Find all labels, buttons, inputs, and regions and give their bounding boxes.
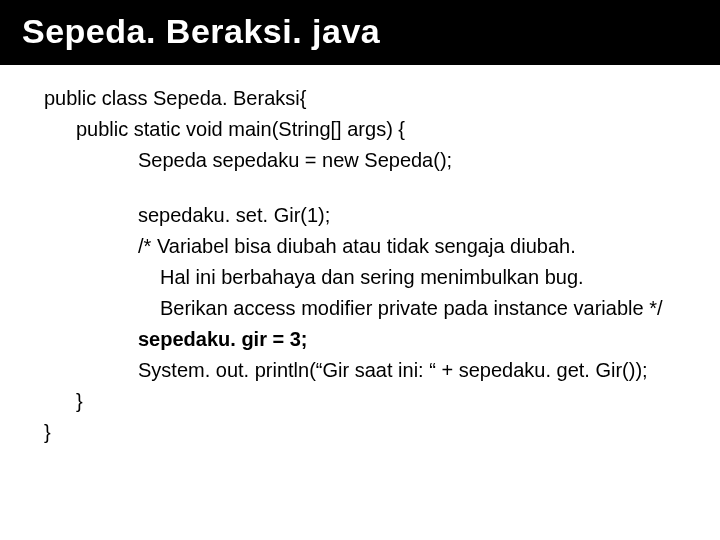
code-line: /* Variabel bisa diubah atau tidak senga… <box>44 231 720 262</box>
code-line: } <box>44 386 720 417</box>
code-line: } <box>44 417 720 448</box>
code-line: sepedaku. set. Gir(1); <box>44 200 720 231</box>
code-line: public static void main(String[] args) { <box>44 114 720 145</box>
code-line: Sepeda sepedaku = new Sepeda(); <box>44 145 720 176</box>
code-line: Berikan access modifier private pada ins… <box>44 293 720 324</box>
title-bar: Sepeda. Beraksi. java <box>0 0 720 65</box>
code-line: public class Sepeda. Beraksi{ <box>44 83 720 114</box>
code-block: public class Sepeda. Beraksi{ public sta… <box>0 65 720 448</box>
code-line-emphasis: sepedaku. gir = 3; <box>44 324 720 355</box>
code-line: Hal ini berbahaya dan sering menimbulkan… <box>44 262 720 293</box>
slide-title: Sepeda. Beraksi. java <box>22 12 698 51</box>
blank-line <box>44 176 720 200</box>
slide: Sepeda. Beraksi. java public class Seped… <box>0 0 720 540</box>
code-line: System. out. println(“Gir saat ini: “ + … <box>44 355 720 386</box>
